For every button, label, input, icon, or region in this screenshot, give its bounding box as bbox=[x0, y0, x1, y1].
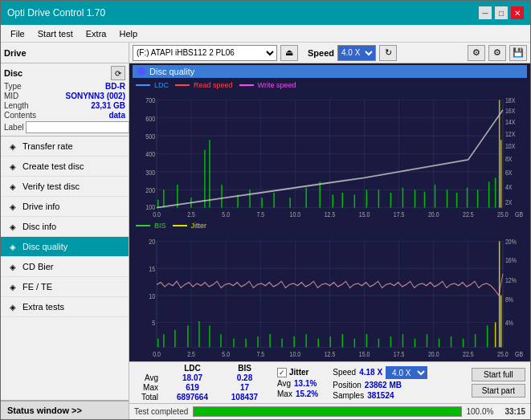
svg-text:15.0: 15.0 bbox=[359, 349, 370, 358]
progress-row: Test completed 100.0% 33:15 bbox=[129, 403, 530, 419]
titlebar-controls: ─ □ ✕ bbox=[479, 6, 524, 19]
svg-rect-30 bbox=[289, 198, 291, 207]
svg-text:15.0: 15.0 bbox=[359, 210, 370, 218]
menu-help[interactable]: Help bbox=[112, 27, 144, 40]
svg-rect-36 bbox=[366, 190, 368, 207]
speed-dropdown-stat[interactable]: 4.0 X bbox=[386, 366, 427, 379]
svg-text:4%: 4% bbox=[505, 318, 514, 327]
start-part-button[interactable]: Start part bbox=[472, 384, 525, 398]
settings-button1[interactable]: ⚙ bbox=[468, 45, 485, 61]
svg-rect-97 bbox=[163, 334, 165, 347]
legend-read: Read speed bbox=[175, 81, 233, 89]
speed-refresh-button[interactable]: ↻ bbox=[379, 45, 397, 61]
jitter-avg-row: Avg 13.1% bbox=[277, 379, 318, 388]
svg-text:7.5: 7.5 bbox=[256, 210, 264, 218]
disc-contents-row: Contents data bbox=[4, 111, 125, 120]
svg-rect-38 bbox=[390, 193, 392, 208]
nav-extra-tests[interactable]: ◈ Extra tests bbox=[1, 297, 129, 317]
chart1-svg: 700 600 500 400 300 200 100 18X 16X 14X … bbox=[133, 90, 527, 220]
svg-text:6X: 6X bbox=[505, 169, 513, 177]
mid-label: MID bbox=[4, 92, 18, 100]
nav-verify-test-disc[interactable]: ◈ Verify test disc bbox=[1, 177, 129, 197]
disc-refresh-button[interactable]: ⟳ bbox=[111, 66, 125, 80]
nav-disc-info-label: Disc info bbox=[22, 222, 56, 231]
nav-disc-info[interactable]: ◈ Disc info bbox=[1, 217, 129, 237]
close-button[interactable]: ✕ bbox=[511, 6, 524, 19]
speed-pos-section: Speed 4.18 X 4.0 X Position 23862 MB Sam… bbox=[333, 366, 427, 400]
menu-start-test[interactable]: Start test bbox=[31, 27, 80, 40]
drive-selector[interactable]: (F:) ATAPI iHBS112 2 PL06 bbox=[133, 45, 277, 61]
svg-text:7.5: 7.5 bbox=[256, 349, 264, 358]
nav-items: ◈ Transfer rate ◈ Create test disc ◈ Ver… bbox=[1, 137, 129, 317]
right-panel: (F:) ATAPI iHBS112 2 PL06 ⏏ Speed 4.0 X … bbox=[129, 43, 530, 419]
speed-selector[interactable]: 4.0 X bbox=[337, 45, 376, 61]
chart2-svg: 20 15 10 5 20% 16% 12% 8% 4% 0.0 bbox=[133, 230, 527, 361]
disc-section-header: Disc ⟳ bbox=[4, 66, 125, 80]
maximize-button[interactable]: □ bbox=[495, 6, 508, 19]
svg-rect-116 bbox=[390, 336, 392, 346]
svg-text:15: 15 bbox=[149, 264, 155, 273]
nav-create-test-disc-label: Create test disc bbox=[22, 161, 84, 171]
speed-value-stat: 4.18 X bbox=[359, 368, 382, 377]
eject-button[interactable]: ⏏ bbox=[280, 45, 298, 61]
chart1-legend: LDC Read speed Write speed bbox=[133, 80, 527, 90]
jitter-checkbox[interactable]: ✓ bbox=[277, 368, 287, 377]
speed-label: Speed bbox=[308, 48, 334, 58]
length-value: 23,31 GB bbox=[91, 101, 125, 110]
total-label: Total bbox=[134, 393, 158, 402]
svg-rect-114 bbox=[366, 334, 368, 347]
svg-rect-109 bbox=[305, 334, 307, 347]
nav-fe-te[interactable]: ◈ FE / TE bbox=[1, 277, 129, 297]
svg-rect-40 bbox=[415, 190, 416, 207]
jitter-label: Jitter bbox=[289, 368, 308, 377]
nav-disc-quality-label: Disc quality bbox=[22, 242, 67, 251]
samples-value: 381524 bbox=[367, 391, 394, 400]
jitter-avg-label: Avg bbox=[277, 379, 291, 388]
svg-text:17.5: 17.5 bbox=[394, 349, 405, 358]
svg-rect-107 bbox=[281, 338, 283, 347]
svg-rect-29 bbox=[273, 193, 275, 208]
start-full-button[interactable]: Start full bbox=[472, 368, 525, 381]
save-button[interactable]: 💾 bbox=[509, 45, 527, 61]
progress-time: 33:15 bbox=[504, 407, 525, 416]
svg-rect-112 bbox=[342, 334, 344, 347]
svg-rect-123 bbox=[475, 334, 476, 347]
contents-value: data bbox=[108, 111, 125, 120]
nav-cd-bier[interactable]: ◈ CD Bier bbox=[1, 257, 129, 277]
progress-percent: 100.0% bbox=[467, 407, 494, 416]
status-window-button[interactable]: Status window >> bbox=[1, 400, 129, 419]
settings-button2[interactable]: ⚙ bbox=[488, 45, 506, 61]
panel-icon bbox=[137, 67, 145, 75]
verify-test-disc-icon: ◈ bbox=[7, 181, 18, 192]
app-window: Opti Drive Control 1.70 ─ □ ✕ File Start… bbox=[0, 0, 531, 420]
svg-rect-39 bbox=[402, 188, 404, 208]
svg-text:12X: 12X bbox=[505, 131, 516, 139]
chart2-wrapper: BIS Jitter bbox=[133, 221, 527, 361]
svg-rect-115 bbox=[378, 338, 380, 347]
svg-rect-28 bbox=[261, 198, 263, 207]
disc-info-section: Disc ⟳ Type BD-R MID SONYNN3 (002) Lengt… bbox=[1, 63, 129, 137]
menu-extra[interactable]: Extra bbox=[80, 27, 113, 40]
svg-rect-104 bbox=[245, 338, 247, 347]
legend-ldc: LDC bbox=[136, 81, 169, 89]
svg-rect-101 bbox=[209, 325, 210, 347]
ldc-avg: 18.07 bbox=[174, 373, 210, 382]
svg-text:0.0: 0.0 bbox=[153, 349, 161, 358]
svg-rect-42 bbox=[435, 185, 436, 208]
svg-rect-27 bbox=[249, 190, 251, 207]
nav-transfer-rate[interactable]: ◈ Transfer rate bbox=[1, 137, 129, 157]
nav-create-test-disc[interactable]: ◈ Create test disc bbox=[1, 157, 129, 177]
label-input[interactable] bbox=[26, 121, 129, 133]
svg-rect-117 bbox=[402, 334, 404, 347]
total-row: Total 6897664 108437 bbox=[134, 393, 263, 402]
nav-disc-quality[interactable]: ◈ Disc quality bbox=[1, 237, 129, 257]
svg-text:25.0: 25.0 bbox=[497, 349, 509, 358]
svg-rect-33 bbox=[333, 194, 334, 207]
menu-file[interactable]: File bbox=[4, 27, 31, 40]
nav-fe-te-label: FE / TE bbox=[22, 282, 52, 292]
minimize-button[interactable]: ─ bbox=[479, 6, 492, 19]
position-row: Position 23862 MB bbox=[333, 381, 427, 389]
progress-status: Test completed bbox=[134, 407, 188, 416]
bottom-controls: LDC BIS Avg 18.07 0.28 Max 619 17 bbox=[129, 361, 530, 419]
nav-drive-info[interactable]: ◈ Drive info bbox=[1, 197, 129, 217]
